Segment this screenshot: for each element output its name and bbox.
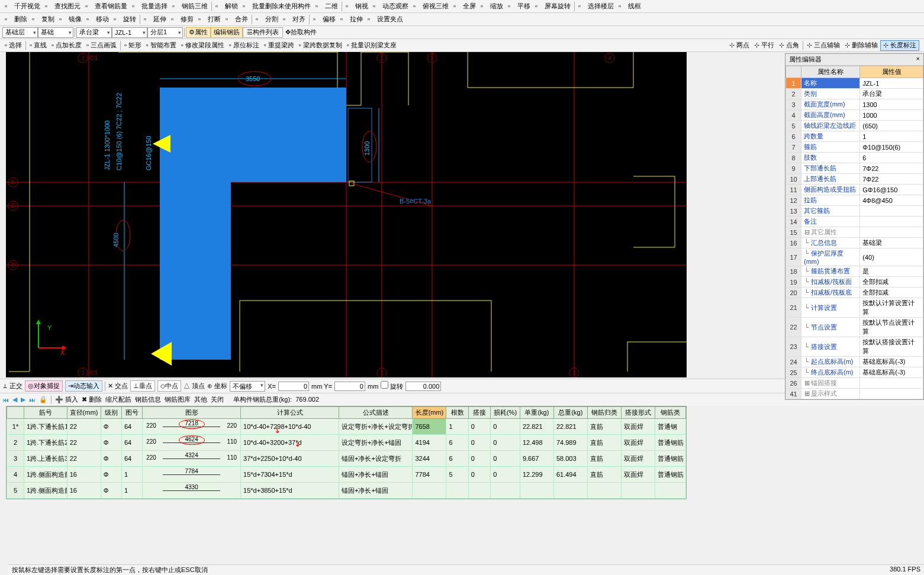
cell[interactable]: 普通钢筋 [655,435,686,451]
cell[interactable]: 设定弯折+净长+锚固 [339,435,413,451]
snap-mid[interactable]: ◇ 中点 [157,380,181,392]
cell[interactable]: Φ [101,467,121,483]
col-header[interactable]: 直径(mm) [67,407,101,419]
rotate-input[interactable] [405,382,441,391]
cmd-直线[interactable]: ▫ 直线 [27,40,49,51]
col-header[interactable]: 总重(kg) [553,407,587,419]
prop-name[interactable]: 箍筋 [801,142,860,153]
cell[interactable]: 2 [7,435,24,451]
prop-name[interactable]: 其它箍筋 [801,206,860,217]
prop-name[interactable]: 类别 [801,89,860,99]
prev-icon[interactable]: ◀ [12,396,17,403]
property-panel[interactable]: 属性编辑器× 属性名称属性值 1名称JZL-12类别承台梁3截面宽度(mm)13… [785,53,924,400]
cell[interactable]: 双面焊 [621,435,655,451]
col-header[interactable]: 根数 [446,407,468,419]
col-header[interactable]: 图号 [121,407,142,419]
rebar-lib-button[interactable]: 钢筋图库 [165,395,191,404]
cmd-删除[interactable]: ▫删除 [2,14,30,25]
prop-value[interactable] [860,227,923,238]
prop-value[interactable]: 基础底标高(-3) [860,357,923,367]
cell[interactable]: 锚固+净长+锚固 [339,467,413,483]
col-header[interactable] [7,407,24,419]
base-dropdown[interactable]: 基础 [38,27,73,38]
toolbar-aux[interactable]: ⊹ 两点⊹ 平行⊹ 点角⊹ 三点辅轴⊹ 删除辅轴⊹ 长度标注 [725,39,922,52]
cell[interactable]: 61.494 [553,467,587,483]
cell[interactable]: 4 [7,467,24,483]
cell[interactable]: 锚固+净长+设定弯折 [339,451,413,467]
prop-name[interactable]: 截面宽度(mm) [801,99,860,110]
col-header[interactable]: 单重(kg) [520,407,553,419]
cmd-选择[interactable]: ▫ 选择 [2,40,24,51]
cmd-三点辅轴[interactable]: ⊹ 三点辅轴 [804,40,842,51]
prop-name[interactable]: └扣减板/筏板面 [801,277,860,288]
cell[interactable]: 3244 [413,451,446,467]
cell[interactable]: 1跨.上通长筋3 [24,451,67,467]
cell[interactable]: 0 [491,419,520,435]
cmd-合并[interactable]: ▫合并 [223,14,250,25]
other-button[interactable]: 其他 [194,395,207,404]
cmd-智能布置[interactable]: ▫ 智能布置 [144,40,179,51]
col-header[interactable]: 计算公式 [241,407,339,419]
rebar-table[interactable]: 筋号直径(mm)级别图号图形计算公式公式描述长度(mm)根数搭接损耗(%)单重(… [6,406,687,499]
prop-value[interactable] [860,389,923,399]
prop-name[interactable]: 侧面构造或受扭筋 [801,185,860,195]
cell[interactable]: 5 [446,467,468,483]
cell[interactable]: 6 [446,435,468,451]
prop-value[interactable]: 7Φ22 [860,174,923,185]
prop-name[interactable]: 肢数 [801,153,860,163]
cell[interactable]: 12.299 [520,467,553,483]
cell[interactable]: 锚固+净长+锚固 [339,483,413,499]
cmd-线框[interactable]: ▫线框 [616,1,643,12]
cell[interactable]: 16 [67,483,101,499]
toolbar-edit[interactable]: ▫删除▫复制▫镜像▫移动▫旋转▫延伸▫修剪▫打断▫合并▫分割▫对齐▫偏移▫拉伸▫… [0,13,924,26]
prop-value[interactable]: 1 [860,131,923,142]
prop-value[interactable]: 是 [860,266,923,277]
x-input[interactable] [278,382,309,391]
prop-value[interactable]: 基础底标高(-3) [860,367,923,378]
cell[interactable]: 1跨.下通长筋2 [24,435,67,451]
cmd-分割[interactable]: ▫分割 [253,14,281,25]
cell[interactable]: 3 [7,451,24,467]
cmd-旋转[interactable]: ▫旋转 [111,14,139,25]
cell[interactable]: 普通钢 [655,419,686,435]
prop-value[interactable]: (650) [860,121,923,131]
snap-axis[interactable]: ⊕ 坐标 [207,382,227,390]
cell[interactable]: 普通钢筋 [655,451,686,467]
snap-vert[interactable]: △ 顶点 [183,382,205,390]
cmd-全屏[interactable]: ▫全屏 [451,1,478,12]
cell[interactable] [520,483,553,499]
prop-name[interactable]: ⊞显示样式 [801,389,860,399]
cmd-梁跨数据复制[interactable]: ▫ 梁跨数据复制 [297,40,345,51]
cell[interactable]: 1* [7,419,24,435]
cmd-俯视三维[interactable]: ▫俯视三维 [411,1,451,12]
attr-button[interactable]: ⚙ 属性 [186,27,211,38]
cell[interactable]: 16 [67,467,101,483]
cmd-三点画弧[interactable]: ▫ 三点画弧 [84,40,119,51]
prop-name[interactable]: └汇总信息 [801,238,860,248]
cmd-镜像[interactable]: ▫镜像 [57,14,84,25]
cell[interactable]: 0 [468,451,490,467]
rotate-check[interactable] [381,381,388,389]
cmd-重提梁跨[interactable]: ▫ 重提梁跨 [262,40,297,51]
prop-name[interactable]: └扣减板/筏板底 [801,288,860,298]
cmd-偏移[interactable]: ▫偏移 [311,14,338,25]
cell[interactable]: Φ [101,483,121,499]
cmd-屏幕旋转[interactable]: ▫屏幕旋转 [533,1,573,12]
cell[interactable]: 64 [121,435,142,451]
cell[interactable]: 22.821 [520,419,553,435]
cell[interactable]: 12.498 [520,435,553,451]
col-header[interactable]: 筋号 [24,407,67,419]
prop-value[interactable] [860,378,923,389]
cmd-钢筋三维[interactable]: ▫钢筋三维 [170,1,210,12]
prop-name[interactable]: └起点底标高(m) [801,357,860,367]
rebar-info-button[interactable]: 钢筋信息 [135,395,161,404]
cell[interactable]: 5 [7,483,24,499]
prop-name[interactable]: └保护层厚度(mm) [801,248,860,266]
beam-code-dropdown[interactable]: JZL-1 [112,27,147,38]
col-header[interactable]: 损耗(%) [491,407,520,419]
cell[interactable] [553,483,587,499]
scale-button[interactable]: 缩尺配筋 [105,395,131,404]
prop-name[interactable]: 截面高度(mm) [801,110,860,121]
cell[interactable]: 6 [446,451,468,467]
prop-value[interactable]: 按默认搭接设置计算 [860,337,923,357]
